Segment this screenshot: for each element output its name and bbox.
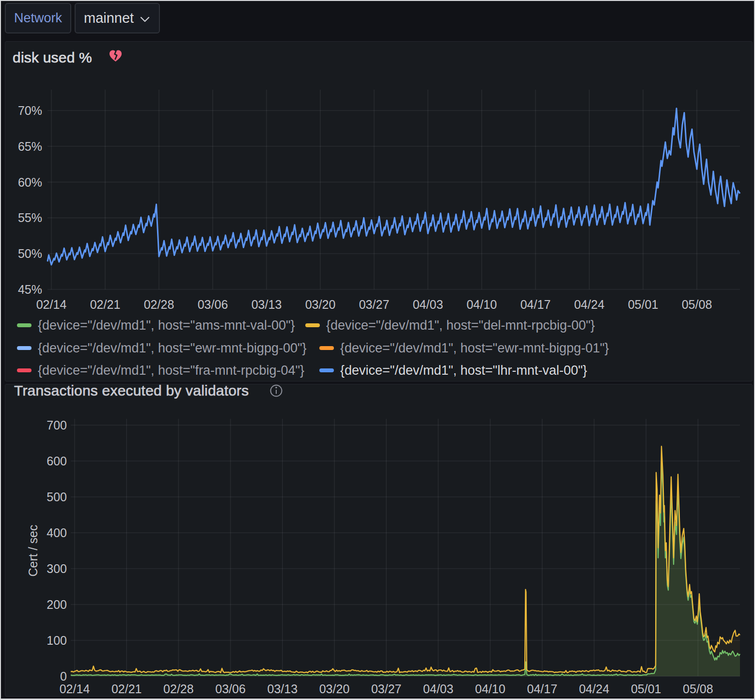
svg-text:05/08: 05/08 (683, 682, 713, 696)
svg-text:04/10: 04/10 (467, 298, 497, 311)
svg-text:Cert / sec: Cert / sec (26, 525, 40, 577)
svg-text:05/01: 05/01 (628, 298, 659, 311)
svg-text:100: 100 (47, 634, 67, 647)
svg-text:600: 600 (47, 454, 67, 468)
svg-text:50%: 50% (18, 247, 42, 260)
svg-text:200: 200 (47, 598, 67, 611)
svg-text:04/10: 04/10 (475, 682, 505, 696)
svg-text:400: 400 (47, 526, 67, 540)
svg-text:45%: 45% (18, 283, 42, 296)
svg-text:02/28: 02/28 (144, 298, 174, 311)
svg-text:04/03: 04/03 (423, 682, 454, 696)
svg-text:03/06: 03/06 (215, 682, 246, 696)
svg-text:55%: 55% (18, 211, 42, 224)
svg-text:02/14: 02/14 (36, 298, 67, 311)
svg-text:03/20: 03/20 (319, 682, 350, 696)
svg-text:500: 500 (47, 490, 67, 504)
svg-text:60%: 60% (18, 175, 42, 189)
svg-text:02/21: 02/21 (90, 298, 121, 311)
svg-text:04/17: 04/17 (520, 298, 551, 311)
svg-text:04/17: 04/17 (527, 682, 558, 696)
svg-text:300: 300 (47, 562, 67, 575)
svg-text:05/08: 05/08 (682, 298, 712, 311)
svg-text:04/03: 04/03 (413, 298, 443, 311)
svg-text:0: 0 (60, 669, 67, 683)
svg-text:65%: 65% (18, 140, 42, 153)
svg-text:02/28: 02/28 (163, 682, 194, 696)
svg-text:03/13: 03/13 (252, 298, 282, 311)
svg-text:03/27: 03/27 (359, 298, 390, 311)
svg-text:03/27: 03/27 (371, 682, 402, 696)
svg-text:04/24: 04/24 (579, 682, 610, 696)
svg-text:04/24: 04/24 (574, 298, 605, 311)
svg-text:02/21: 02/21 (111, 682, 142, 696)
svg-text:02/14: 02/14 (60, 682, 90, 696)
svg-text:70%: 70% (18, 104, 42, 117)
svg-text:05/01: 05/01 (631, 682, 661, 696)
svg-text:700: 700 (47, 418, 67, 432)
svg-text:03/13: 03/13 (267, 682, 298, 696)
svg-text:03/06: 03/06 (198, 298, 228, 311)
svg-text:03/20: 03/20 (305, 298, 336, 311)
